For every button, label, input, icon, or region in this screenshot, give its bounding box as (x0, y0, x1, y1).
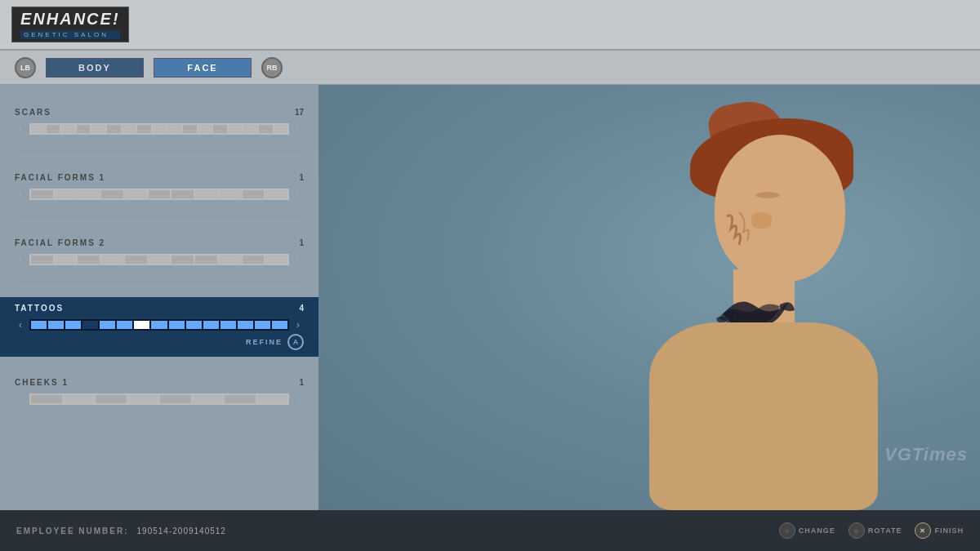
bottom-actions: ○ CHANGE ○ ROTATE ✕ FINISH (779, 522, 964, 539)
main-content: SCARS 17 ‹ (0, 85, 980, 510)
character-background: VGTimes (318, 85, 980, 510)
ff2-left-arrow[interactable]: ‹ (15, 254, 26, 265)
char-body (649, 322, 878, 510)
app-title: ENHANCE! (20, 10, 120, 29)
ff2-right-arrow[interactable]: › (292, 254, 304, 265)
tattoos-track (29, 319, 289, 331)
tab-face[interactable]: FACE (154, 58, 252, 78)
ff2-slider[interactable]: ‹ › (15, 254, 304, 265)
lb-button[interactable]: LB (15, 57, 36, 78)
vgtimes-watermark: VGTimes (884, 444, 968, 465)
rotate-icon: ○ (849, 522, 865, 539)
category-cheeks-1[interactable]: CHEEKS 1 1 › (15, 371, 304, 411)
character-viewport: VGTimes (318, 85, 980, 510)
finish-label: FINISH (934, 527, 964, 535)
rotate-label: ROTATE (868, 527, 902, 535)
tattoos-right-arrow[interactable]: › (292, 319, 304, 331)
refine-button[interactable]: A (287, 334, 304, 350)
ff1-slider[interactable]: ‹ › (15, 189, 304, 200)
ff2-label: FACIAL FORMS 2 (15, 238, 105, 247)
ff1-track (29, 189, 289, 200)
cheeks1-label: CHEEKS 1 (15, 378, 69, 387)
finish-action[interactable]: ✕ FINISH (915, 522, 964, 539)
tab-body[interactable]: BODY (46, 58, 144, 78)
rb-button[interactable]: RB (261, 57, 283, 78)
tattoos-slider[interactable]: ‹ (15, 319, 304, 331)
category-scars[interactable]: SCARS 17 ‹ (15, 101, 304, 141)
scars-track (29, 123, 289, 135)
tattoos-label: TATTOOS (15, 304, 64, 313)
tattoos-left-arrow[interactable]: ‹ (15, 319, 26, 331)
app-subtitle: GENETIC SALON (20, 30, 120, 39)
ff1-count: 1 (299, 173, 304, 182)
logo-box: ENHANCE! GENETIC SALON (11, 7, 129, 42)
scars-slider[interactable]: ‹ (15, 123, 304, 135)
ff1-label: FACIAL FORMS 1 (15, 173, 105, 182)
category-tattoos[interactable]: TATTOOS 4 ‹ (0, 297, 318, 357)
divider-2 (15, 221, 304, 222)
character-silhouette (584, 118, 911, 510)
refine-area: REFINE A (15, 334, 304, 350)
left-panel: SCARS 17 ‹ (0, 85, 318, 510)
employee-number: 190514-2009140512 (137, 527, 226, 535)
divider-1 (15, 156, 304, 157)
header: ENHANCE! GENETIC SALON (0, 0, 980, 51)
category-facial-forms-1[interactable]: FACIAL FORMS 1 1 ‹ (15, 167, 304, 207)
char-scar (723, 208, 764, 257)
scars-count: 17 (295, 108, 304, 117)
refine-label: REFINE (246, 338, 283, 346)
tattoos-count: 4 (299, 304, 304, 313)
change-label: CHANGE (799, 527, 835, 535)
finish-icon: ✕ (915, 522, 931, 539)
ff1-left-arrow[interactable]: ‹ (15, 189, 26, 200)
cheeks1-right-arrow[interactable]: › (292, 393, 304, 405)
category-facial-forms-2[interactable]: FACIAL FORMS 2 1 ‹ (15, 232, 304, 272)
cheeks1-slider[interactable]: › (15, 393, 304, 405)
scars-right-arrow[interactable]: › (292, 123, 304, 135)
rotate-action[interactable]: ○ ROTATE (849, 522, 902, 539)
nav-bar: LB BODY FACE RB (0, 51, 980, 85)
cheeks1-track (29, 393, 289, 405)
divider-3 (15, 287, 304, 287)
scars-label: SCARS (15, 108, 51, 117)
change-action[interactable]: ○ CHANGE (779, 522, 835, 539)
employee-label: EMPLOYEE NUMBER: (16, 527, 129, 535)
scars-left-arrow[interactable]: ‹ (15, 123, 26, 135)
ff2-count: 1 (299, 238, 304, 247)
ff1-right-arrow[interactable]: › (292, 189, 304, 200)
cheeks1-count: 1 (299, 378, 304, 387)
bottom-bar: EMPLOYEE NUMBER: 190514-2009140512 ○ CHA… (0, 510, 980, 551)
ff2-track (29, 254, 289, 265)
change-icon: ○ (779, 522, 795, 539)
